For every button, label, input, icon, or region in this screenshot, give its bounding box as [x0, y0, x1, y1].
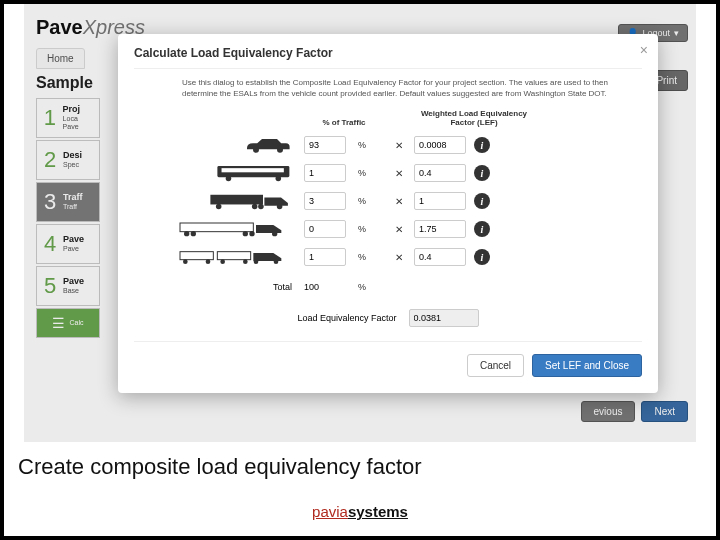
truck-icon [134, 192, 304, 210]
vehicle-row-double: % ✕ i [134, 243, 642, 271]
semi-truck-icon [134, 221, 304, 237]
svg-rect-17 [180, 252, 213, 260]
total-pct: 100 [304, 282, 354, 292]
bus-icon [134, 164, 304, 182]
pct-input-car[interactable] [304, 136, 346, 154]
brand-part2: systems [348, 503, 408, 520]
pct-symbol: % [354, 224, 384, 234]
svg-point-1 [277, 147, 283, 153]
total-label: Total [134, 282, 304, 292]
svg-point-24 [274, 260, 279, 265]
svg-point-0 [253, 147, 259, 153]
close-icon[interactable]: × [640, 42, 648, 58]
pct-symbol: % [354, 168, 384, 178]
svg-point-7 [216, 204, 222, 210]
vehicle-row-bus: % ✕ i [134, 159, 642, 187]
app-area: PaveXpress 👤 Logout ▾ Home Sample Save P… [24, 4, 696, 442]
pct-input-double[interactable] [304, 248, 346, 266]
car-icon [134, 136, 304, 154]
pct-input-bus[interactable] [304, 164, 346, 182]
multiply-icon: ✕ [384, 224, 414, 235]
info-icon[interactable]: i [474, 221, 490, 237]
svg-point-9 [258, 204, 264, 210]
svg-point-21 [220, 260, 225, 265]
svg-point-22 [243, 260, 248, 265]
svg-point-10 [277, 204, 283, 210]
pct-symbol: % [354, 196, 384, 206]
svg-point-20 [206, 260, 211, 265]
pct-input-truck[interactable] [304, 192, 346, 210]
table-header: % of Traffic Weighted Load Equivalency F… [134, 109, 642, 127]
vehicle-row-semi: % ✕ i [134, 215, 642, 243]
brand-footer: paviasystems [4, 503, 716, 520]
svg-point-5 [275, 176, 281, 182]
pct-symbol: % [354, 252, 384, 262]
modal-footer: Cancel Set LEF and Close [134, 341, 642, 377]
info-icon[interactable]: i [474, 137, 490, 153]
col-lef: Weighted Load Equivalency Factor (LEF) [414, 109, 534, 127]
lef-input-bus[interactable] [414, 164, 466, 182]
svg-point-23 [254, 260, 259, 265]
svg-rect-18 [217, 252, 250, 260]
multiply-icon: ✕ [384, 252, 414, 263]
multiply-icon: ✕ [384, 168, 414, 179]
svg-point-13 [191, 231, 196, 236]
set-lef-button[interactable]: Set LEF and Close [532, 354, 642, 377]
lef-input-double[interactable] [414, 248, 466, 266]
lef-result-label: Load Equivalency Factor [297, 313, 396, 323]
lef-input-car[interactable] [414, 136, 466, 154]
col-pct: % of Traffic [304, 118, 384, 127]
svg-point-19 [183, 260, 188, 265]
svg-point-15 [249, 231, 254, 236]
svg-rect-11 [180, 223, 253, 232]
info-icon[interactable]: i [474, 193, 490, 209]
svg-point-14 [243, 231, 248, 236]
svg-point-8 [252, 204, 258, 210]
info-icon[interactable]: i [474, 165, 490, 181]
modal-intro: Use this dialog to establish the Composi… [134, 77, 642, 99]
double-trailer-icon [134, 249, 304, 265]
vehicle-row-truck: % ✕ i [134, 187, 642, 215]
svg-rect-3 [221, 169, 283, 173]
modal-title: Calculate Load Equivalency Factor [134, 46, 642, 69]
pct-symbol: % [354, 282, 384, 292]
svg-point-12 [184, 231, 189, 236]
lef-input-semi[interactable] [414, 220, 466, 238]
info-icon[interactable]: i [474, 249, 490, 265]
lef-result-value [409, 309, 479, 327]
svg-point-4 [226, 176, 232, 182]
vehicle-row-car: % ✕ i [134, 131, 642, 159]
total-row: Total 100 % [134, 275, 642, 299]
multiply-icon: ✕ [384, 140, 414, 151]
cancel-button[interactable]: Cancel [467, 354, 524, 377]
brand-part1: pavia [312, 503, 348, 520]
lef-result-row: Load Equivalency Factor [134, 309, 642, 327]
slide-caption: Create composite load equivalency factor [18, 454, 422, 480]
lef-modal: × Calculate Load Equivalency Factor Use … [118, 34, 658, 393]
lef-input-truck[interactable] [414, 192, 466, 210]
pct-symbol: % [354, 140, 384, 150]
multiply-icon: ✕ [384, 196, 414, 207]
slide-frame: PaveXpress 👤 Logout ▾ Home Sample Save P… [4, 4, 716, 536]
pct-input-semi[interactable] [304, 220, 346, 238]
svg-rect-6 [210, 195, 263, 205]
svg-point-16 [272, 231, 277, 236]
